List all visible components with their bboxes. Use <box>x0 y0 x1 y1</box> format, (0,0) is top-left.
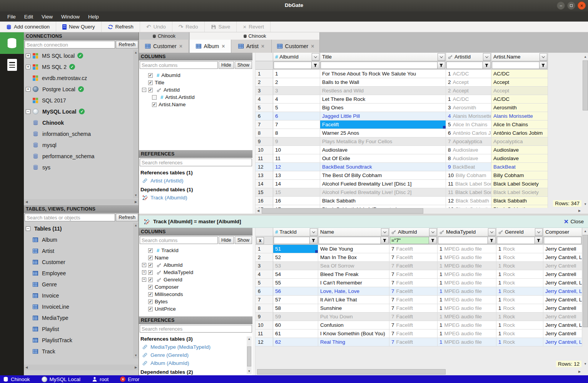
column-menu-trackid[interactable] <box>310 228 317 236</box>
cell-trackid[interactable]: 60 <box>273 321 318 329</box>
track-columns-search-input[interactable] <box>140 236 218 244</box>
cell-title[interactable]: Alcohol Fueled Brewtality Live! [Disc 2] <box>320 188 446 197</box>
column-item-composer[interactable]: ✓Composer <box>139 283 252 291</box>
column-item-albumid[interactable]: +✓AlbumId <box>139 261 252 269</box>
tables-group[interactable]: −Tables (11) <box>24 223 133 234</box>
cell-title[interactable]: BackBeat Soundtrack <box>320 163 446 171</box>
connection-item-chinook[interactable]: Chinook <box>24 117 133 128</box>
cell-title[interactable]: Facelift <box>320 120 446 129</box>
cell-albumid[interactable]: 7Facelift <box>389 338 438 346</box>
tab-close-icon[interactable]: × <box>222 43 225 49</box>
row-number[interactable]: 8 <box>256 129 273 137</box>
reference-link-artist-artistid[interactable]: Artist (ArtistId) <box>140 177 252 185</box>
cell-title[interactable]: Black Sabbath <box>320 197 446 205</box>
sidebar-splitter[interactable] <box>252 53 256 216</box>
cell-name[interactable]: I Can't Remember <box>318 279 389 287</box>
cell-albumid[interactable]: 17 <box>273 205 320 208</box>
row-number[interactable]: 6 <box>256 287 273 296</box>
cell-mediatypeid[interactable]: 1MPEG audio file <box>438 270 496 279</box>
column-item-artist-name[interactable]: ✓Artist.Name <box>139 101 252 108</box>
expand-toggle[interactable]: + <box>26 87 30 92</box>
cell-composer[interactable]: Jerry Cantrell, Layne Staley <box>543 279 582 287</box>
tab-close-icon[interactable]: × <box>311 43 314 49</box>
row-number[interactable]: 14 <box>256 180 273 188</box>
tab-close-icon[interactable]: × <box>179 43 182 49</box>
cell-artistid[interactable]: 5Alice In Chains <box>446 120 491 129</box>
cell-artist-name[interactable]: Alanis Morissette <box>491 112 548 120</box>
cell-albumid[interactable]: 13 <box>273 171 320 180</box>
cell-mediatypeid[interactable]: 1MPEG audio file <box>438 338 496 346</box>
cell-artist-name[interactable]: Black Sabbath <box>491 205 548 208</box>
row-number[interactable]: 2 <box>256 253 273 262</box>
row-number[interactable]: 11 <box>256 154 273 163</box>
track-references-search-input[interactable] <box>140 325 252 333</box>
column-menu-name[interactable] <box>381 228 389 236</box>
cell-albumid[interactable]: 7Facelift <box>389 262 438 270</box>
connections-hscrollbar[interactable]: ◀▶ <box>24 199 139 205</box>
cell-trackid[interactable]: 61 <box>273 329 318 338</box>
row-number[interactable]: 3 <box>256 262 273 270</box>
column-menu-artistid[interactable] <box>483 53 491 61</box>
column-item-mediatypeid[interactable]: +✓MediaTypeId <box>139 269 252 276</box>
cell-mediatypeid[interactable]: 1MPEG audio file <box>438 245 496 253</box>
cell-artist-name[interactable]: Aerosmith <box>491 104 548 112</box>
toolbar-save-button[interactable]: Save <box>205 22 237 32</box>
cell-name[interactable]: Real Thing <box>318 338 389 346</box>
track-columns-hide-button[interactable]: Hide <box>219 236 234 244</box>
column-checkbox[interactable]: ✓ <box>148 292 153 297</box>
cell-albumid[interactable]: 16 <box>273 197 320 205</box>
cell-name[interactable]: Put You Down <box>318 313 389 321</box>
column-item-name[interactable]: ✓Name <box>139 254 252 261</box>
column-menu-title[interactable] <box>438 53 445 61</box>
tab-album-1[interactable]: Album× <box>190 40 231 53</box>
cell-composer[interactable]: Jerry Cantrell, Layne Staley <box>543 296 582 304</box>
column-item-unitprice[interactable]: ✓UnitPrice <box>139 305 252 313</box>
columns-hide-button[interactable]: Hide <box>219 61 234 69</box>
cell-trackid[interactable]: 53 <box>273 262 318 270</box>
cell-title[interactable]: Audioslave <box>320 146 446 154</box>
column-checkbox[interactable] <box>152 95 157 100</box>
table-item-playlist[interactable]: Playlist <box>24 323 133 334</box>
files-nav-button[interactable] <box>0 54 24 75</box>
column-checkbox[interactable]: ✓ <box>148 263 153 268</box>
minimize-button[interactable]: − <box>557 2 565 10</box>
selection-handle[interactable] <box>443 126 446 129</box>
cell-trackid[interactable]: 57 <box>273 296 318 304</box>
cell-composer[interactable]: Jerry Cantrell, Layne Staley <box>543 253 582 262</box>
column-menu-albumid[interactable] <box>312 53 319 61</box>
expand-toggle[interactable]: − <box>26 109 30 114</box>
column-header-albumid[interactable]: #AlbumId <box>273 53 320 61</box>
cell-artist-name[interactable]: Black Label Society <box>491 188 548 197</box>
cell-trackid[interactable]: 54 <box>273 270 318 279</box>
status-chinook[interactable]: Chinook <box>3 376 30 382</box>
cell-artist-name[interactable]: BackBeat <box>491 163 548 171</box>
detail-close-button[interactable]: ✕ Close <box>564 218 584 225</box>
cell-albumid[interactable]: 7Facelift <box>389 304 438 313</box>
row-number[interactable]: 1 <box>256 70 273 78</box>
cell-mediatypeid[interactable]: 1MPEG audio file <box>438 262 496 270</box>
connection-item-mysql[interactable]: mysql <box>24 139 133 151</box>
cell-mediatypeid[interactable]: 1MPEG audio file <box>438 279 496 287</box>
cell-artistid[interactable]: 8Audioslave <box>446 154 491 163</box>
cell-title[interactable]: Warner 25 Anos <box>320 129 446 137</box>
cell-genreid[interactable]: 1Rock <box>496 270 543 279</box>
filter-input-artistid[interactable] <box>446 62 483 69</box>
cell-albumid[interactable]: 7Facelift <box>389 253 438 262</box>
connection-item-ms-sql-2[interactable]: +MS SQL 2✓ <box>24 61 133 72</box>
cell-artistid[interactable]: 4Alanis Morissette <box>446 112 491 120</box>
cell-artistid[interactable]: 2Accept <box>446 78 491 87</box>
row-number[interactable]: 5 <box>256 279 273 287</box>
cell-albumid[interactable]: 7Facelift <box>389 313 438 321</box>
database-nav-button[interactable] <box>0 32 24 54</box>
column-checkbox[interactable]: ✓ <box>148 88 153 92</box>
tables-search-input[interactable] <box>25 214 115 221</box>
column-menu-genreid[interactable] <box>535 228 543 236</box>
table-item-genre[interactable]: Genre <box>24 279 133 290</box>
connection-item-sys[interactable]: sys <box>24 162 133 173</box>
row-number[interactable]: 8 <box>256 304 273 313</box>
cell-composer[interactable]: Jerry Cantrell, Layne Staley <box>543 287 582 296</box>
cell-name[interactable]: I Know Somethin (Bout You) <box>318 329 389 338</box>
cell-title[interactable]: Jagged Little Pill <box>320 112 446 120</box>
toolbar-revert-button[interactable]: ×Revert <box>237 22 271 32</box>
column-header-name[interactable]: Name <box>318 228 389 236</box>
